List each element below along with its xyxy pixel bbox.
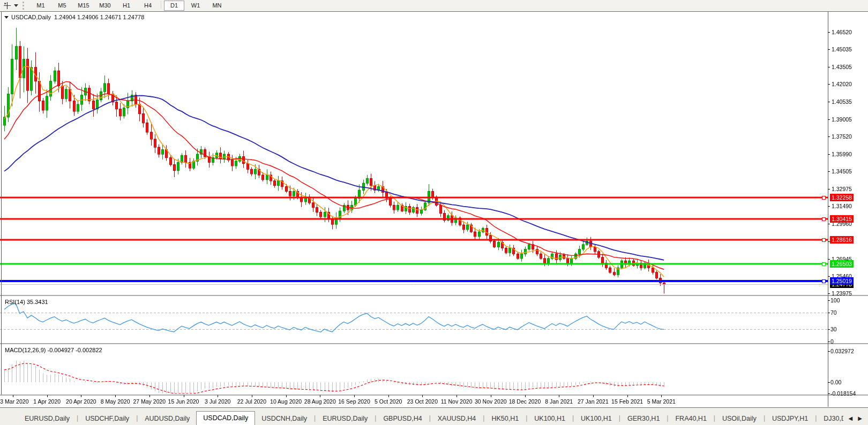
chart-tab-ger30-h1[interactable]: GER30,H1 <box>621 412 666 425</box>
price-tick-label: 1.32975 <box>832 186 852 192</box>
chart-tab-usdchf-daily[interactable]: USDCHF,Daily <box>79 412 136 425</box>
date-tick-label: 3 Jul 2020 <box>205 398 230 405</box>
date-tick-label: 15 Jun 2020 <box>168 398 199 405</box>
chart-tab-usdcnh-daily[interactable]: USDCNH,Daily <box>255 412 313 425</box>
price-tick-label: 1.39005 <box>832 116 852 123</box>
chart-tab-usdcad-daily[interactable]: USDCAD,Daily <box>196 411 255 425</box>
timeframe-button-mn[interactable]: MN <box>207 1 227 11</box>
tab-scroll-right-icon[interactable]: ▶ <box>855 415 865 421</box>
timeframe-button-m30[interactable]: M30 <box>95 1 115 11</box>
timeframe-button-m15[interactable]: M15 <box>73 1 94 11</box>
chart-tab-usoil-daily[interactable]: USOil,Daily <box>716 412 763 425</box>
chart-tab-gbpusd-h4[interactable]: GBPUSD,H4 <box>377 412 428 425</box>
hline-price-chip: 1.25019 <box>830 277 854 285</box>
date-tick-label: 18 Dec 2020 <box>509 398 541 405</box>
macd-tick-label: 0.00 <box>830 379 841 385</box>
price-tick-label: 1.45035 <box>832 46 852 52</box>
price-tick-label: 1.37520 <box>832 133 852 140</box>
date-tick-label: 8 Jan 2021 <box>545 398 573 405</box>
hline-price-chip: 1.26503 <box>830 260 854 268</box>
price-tick-label: 1.42020 <box>832 81 852 87</box>
date-tick-label: 22 Jul 2020 <box>237 398 266 405</box>
terminal-window: M1M5M15M30H1H4D1W1MN USDCAD,Daily 1.2490… <box>0 0 868 425</box>
chart-tab-audusd-daily[interactable]: AUDUSD,Daily <box>138 412 196 425</box>
timeframe-button-h1[interactable]: H1 <box>116 1 137 11</box>
timeframe-button-m1[interactable]: M1 <box>31 1 51 11</box>
chart-tab-hk50-h1[interactable]: HK50,H1 <box>485 412 525 425</box>
chart-tab-uk100-h1[interactable]: UK100,H1 <box>574 412 618 425</box>
chart-tab-xauusd-h4[interactable]: XAUUSD,H4 <box>431 412 483 425</box>
date-tick-label: 10 Aug 2020 <box>270 398 302 405</box>
ohlc-high: 1.24906 <box>77 14 99 20</box>
chart-tab-eurusd-daily[interactable]: EURUSD,Daily <box>316 412 374 425</box>
chart-tab-eurusd-daily[interactable]: EURUSD,Daily <box>18 412 76 425</box>
date-tick-label: 28 Aug 2020 <box>304 398 336 405</box>
price-tick-label: 1.23975 <box>832 290 852 297</box>
price-tick-label: 1.43505 <box>832 64 852 70</box>
timeframe-button-w1[interactable]: W1 <box>185 1 206 11</box>
rsi-tick-label: 100 <box>830 297 840 303</box>
chart-tab-bar: EURUSD,Daily|USDCHF,Daily|AUDUSD,DailyUS… <box>0 407 868 425</box>
date-tick-label: 30 Nov 2020 <box>475 398 507 405</box>
symbol-collapse-icon[interactable] <box>4 16 9 19</box>
chart-tab-uk100-h1[interactable]: UK100,H1 <box>528 412 572 425</box>
rsi-pane-label: RSI(14) 35.3431 <box>5 299 48 305</box>
date-tick-label: 11 Nov 2020 <box>441 398 473 405</box>
chart-tab-usdjpy-h1[interactable]: USDJPY,H1 <box>766 412 814 425</box>
date-tick-label: 27 Jan 2021 <box>578 398 609 405</box>
date-tick-label: 20 Apr 2020 <box>66 398 96 405</box>
ohlc-close: 1.24778 <box>123 14 145 20</box>
rsi-tick-label: 0 <box>830 338 834 345</box>
macd-tick-label: 0.032972 <box>830 348 854 354</box>
date-tick-label: 5 Mar 2021 <box>647 398 676 405</box>
chart-tabs: EURUSD,Daily|USDCHF,Daily|AUDUSD,DailyUS… <box>18 411 843 425</box>
macd-pane-label: MACD(12,26,9) -0.004927 -0.002822 <box>5 347 102 353</box>
hline-price-chip: 1.32258 <box>830 194 854 201</box>
ohlc-low: 1.24671 <box>100 14 122 20</box>
timeframe-buttons: M1M5M15M30H1H4D1W1MN <box>30 1 228 11</box>
rsi-tick-label: 30 <box>830 326 837 332</box>
price-tick-label: 1.31490 <box>832 203 852 209</box>
timeframe-button-d1[interactable]: D1 <box>164 1 184 11</box>
hline-price-chip: 1.28616 <box>830 236 854 244</box>
chart-tab-dj30-daily[interactable]: DJ30,Daily <box>817 412 843 425</box>
tab-scroll-left-icon[interactable]: ◀ <box>846 415 856 421</box>
price-tick-label: 1.40535 <box>832 98 852 105</box>
cursor-crosshair-icon[interactable] <box>1 1 13 10</box>
chart-tab-fra40-h1[interactable]: FRA40,H1 <box>669 412 713 425</box>
rsi-tick-label: 70 <box>830 309 837 316</box>
date-tick-label: 13 Mar 2020 <box>0 398 28 405</box>
price-tick-label: 1.34505 <box>832 168 852 174</box>
chart-window: USDCAD,Daily 1.24904 1.24906 1.24671 1.2… <box>0 11 868 408</box>
chart-canvas[interactable] <box>0 11 868 408</box>
cursor-dropdown-caret-icon[interactable] <box>14 4 18 7</box>
hline-price-chip: 1.30415 <box>830 215 854 223</box>
timeframe-toolbar: M1M5M15M30H1H4D1W1MN <box>0 0 868 12</box>
ohlc-open: 1.24904 <box>54 14 76 20</box>
symbol-name: USDCAD,Daily <box>11 14 51 20</box>
price-tick-label: 1.46520 <box>832 29 852 35</box>
timeframe-button-h4[interactable]: H4 <box>138 1 158 11</box>
date-tick-label: 23 Oct 2020 <box>407 398 438 405</box>
chart-title: USDCAD,Daily 1.24904 1.24906 1.24671 1.2… <box>4 14 144 20</box>
date-tick-label: 1 Apr 2020 <box>33 398 61 405</box>
macd-tick-label: -0.018154 <box>830 390 856 397</box>
price-tick-label: 1.35990 <box>832 151 852 157</box>
date-tick-label: 27 May 2020 <box>133 398 166 405</box>
date-tick-label: 8 May 2020 <box>101 398 130 405</box>
tab-scroll-arrows: ◀ ▶ <box>846 411 868 425</box>
date-tick-label: 5 Oct 2020 <box>375 398 402 405</box>
timeframe-button-m5[interactable]: M5 <box>52 1 72 11</box>
date-tick-label: 15 Feb 2021 <box>611 398 643 405</box>
toolbar-grip[interactable] <box>23 2 27 10</box>
date-tick-label: 16 Sep 2020 <box>338 398 370 405</box>
